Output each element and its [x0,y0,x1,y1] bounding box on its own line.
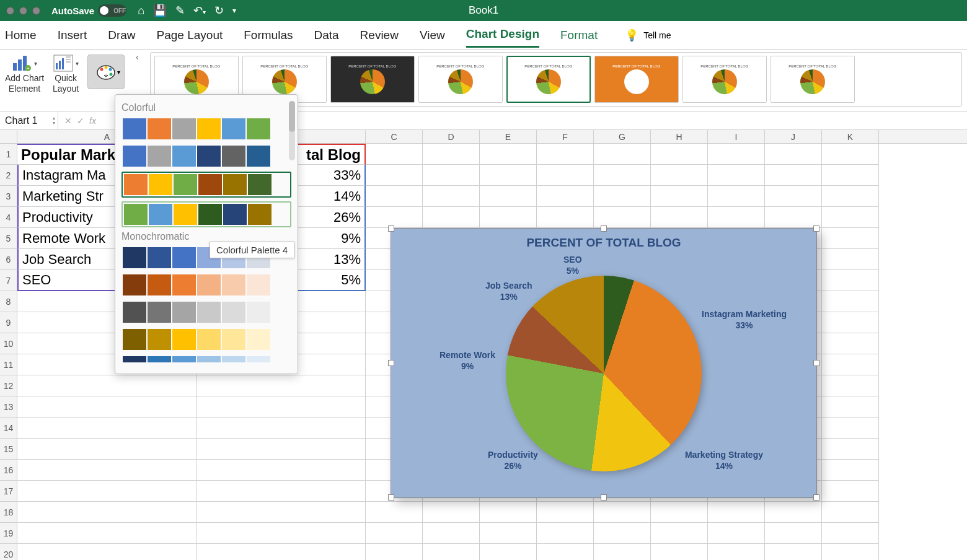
chart-style-6[interactable]: PERCENT OF TOTAL BLOG [594,56,679,103]
cell-B17[interactable] [197,481,366,502]
row-header-15[interactable]: 15 [0,439,17,460]
cell-H1[interactable] [651,144,708,165]
row-header-20[interactable]: 20 [0,544,17,560]
resize-handle-n[interactable] [601,225,607,232]
row-header-17[interactable]: 17 [0,481,17,502]
undo-icon[interactable]: ↶▾ [193,4,206,17]
cell-K3[interactable] [822,186,879,207]
cell-C4[interactable] [366,207,423,228]
tab-format[interactable]: Format [560,24,598,47]
cell-I1[interactable] [708,144,765,165]
col-header-E[interactable]: E [480,130,537,143]
cell-F18[interactable] [537,502,594,523]
cell-J1[interactable] [765,144,822,165]
cell-G4[interactable] [594,207,651,228]
resize-handle-se[interactable] [813,494,819,501]
cell-K4[interactable] [822,207,879,228]
zoom-window-button[interactable] [32,7,40,15]
cell-F2[interactable] [537,165,594,186]
cell-A14[interactable] [17,418,197,439]
cell-K18[interactable] [822,502,879,523]
cell-D18[interactable] [423,502,480,523]
cell-B13[interactable] [197,396,366,418]
autosave-control[interactable]: AutoSave OFF [51,4,126,17]
cell-D19[interactable] [423,523,480,544]
cell-E19[interactable] [480,523,537,544]
cell-K6[interactable] [822,249,879,270]
colorful-rows-option-2[interactable] [121,144,291,168]
cell-A13[interactable] [17,396,197,418]
row-header-3[interactable]: 3 [0,186,17,207]
col-header-J[interactable]: J [765,130,822,143]
cell-E20[interactable] [480,544,537,560]
row-header-10[interactable]: 10 [0,333,17,354]
save-icon[interactable]: 💾 [153,4,167,17]
tab-home[interactable]: Home [5,24,37,47]
tab-insert[interactable]: Insert [58,24,87,47]
redo-icon[interactable]: ↻ [214,4,224,17]
tell-me-search[interactable]: 💡 Tell me [625,28,671,42]
enter-icon[interactable]: ✓ [77,116,84,126]
col-header-D[interactable]: D [423,130,480,143]
tab-draw[interactable]: Draw [108,24,135,47]
row-header-8[interactable]: 8 [0,291,17,312]
cell-G1[interactable] [594,144,651,165]
cancel-icon[interactable]: ✕ [64,116,72,126]
cell-H2[interactable] [651,165,708,186]
mono-rows-option-5[interactable] [121,355,291,362]
cell-I19[interactable] [708,523,765,544]
cell-B16[interactable] [197,460,366,481]
cell-I4[interactable] [708,207,765,228]
cell-F4[interactable] [537,207,594,228]
name-box-spinner[interactable]: ▴▾ [53,116,55,126]
cell-K10[interactable] [822,333,879,354]
cell-G2[interactable] [594,165,651,186]
cell-A17[interactable] [17,481,197,502]
row-header-9[interactable]: 9 [0,312,17,333]
chart-style-7[interactable]: PERCENT OF TOTAL BLOG [682,56,767,103]
row-header-11[interactable]: 11 [0,354,17,375]
cell-E4[interactable] [480,207,537,228]
cell-K12[interactable] [822,375,879,396]
cell-C2[interactable] [366,165,423,186]
cell-C1[interactable] [366,144,423,165]
cell-D3[interactable] [423,186,480,207]
cell-J2[interactable] [765,165,822,186]
resize-handle-ne[interactable] [813,225,819,232]
tab-view[interactable]: View [420,24,445,47]
cell-C18[interactable] [366,502,423,523]
cell-G19[interactable] [594,523,651,544]
col-header-I[interactable]: I [708,130,765,143]
row-header-12[interactable]: 12 [0,375,17,396]
cell-G20[interactable] [594,544,651,560]
row-header-13[interactable]: 13 [0,396,17,418]
cell-H20[interactable] [651,544,708,560]
cell-K1[interactable] [822,144,879,165]
cell-E3[interactable] [480,186,537,207]
chart-style-4[interactable]: PERCENT OF TOTAL BLOG [418,56,503,103]
row-header-1[interactable]: 1 [0,144,17,165]
cell-I18[interactable] [708,502,765,523]
chart-style-5[interactable]: PERCENT OF TOTAL BLOG [506,56,591,103]
mono-rows-option-3[interactable] [121,300,291,324]
resize-handle-sw[interactable] [388,494,394,501]
cell-K5[interactable] [822,228,879,249]
cell-J20[interactable] [765,544,822,560]
select-all-corner[interactable] [0,130,17,143]
col-header-C[interactable]: C [366,130,423,143]
tab-page-layout[interactable]: Page Layout [157,24,223,47]
col-header-G[interactable]: G [594,130,651,143]
cell-K15[interactable] [822,439,879,460]
row-header-19[interactable]: 19 [0,523,17,544]
row-header-14[interactable]: 14 [0,418,17,439]
mono-rows-option-4[interactable] [121,328,291,351]
resize-handle-w[interactable] [388,360,394,366]
cell-K16[interactable] [822,460,879,481]
cell-B18[interactable] [197,502,366,523]
add-chart-element-button[interactable]: + ▾ Add Chart Element [5,55,44,94]
cell-K2[interactable] [822,165,879,186]
cell-D1[interactable] [423,144,480,165]
cell-A20[interactable] [17,544,197,560]
chart-style-3[interactable]: PERCENT OF TOTAL BLOG [330,56,415,103]
cell-K8[interactable] [822,291,879,312]
